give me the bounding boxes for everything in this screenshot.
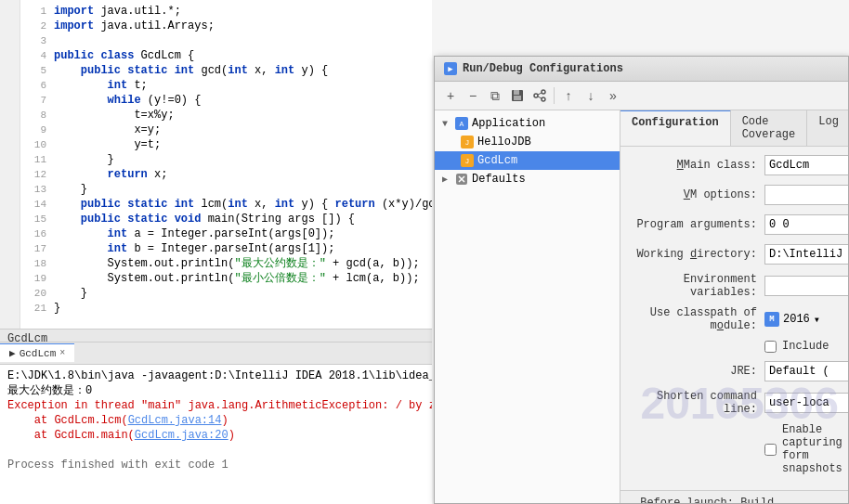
dialog-title-bar: ▶ Run/Debug Configurations [435,57,848,82]
shorten-cmd-input[interactable] [764,393,848,413]
remove-config-button[interactable]: − [463,85,483,106]
dialog-title-label: Run/Debug Configurations [463,62,623,75]
main-class-label: MMain class: [630,159,764,172]
include-checkbox-label: Include [782,340,829,353]
vm-options-input[interactable] [764,185,848,205]
working-dir-row: Working directory: 📁 [630,243,839,265]
tree-item-application[interactable]: ▼ A Application [435,114,620,133]
env-vars-input[interactable] [764,276,848,296]
code-line-18: 18 System.out.println("最大公约数是：" + gcd(a,… [26,256,432,271]
save-config-button[interactable] [507,85,528,106]
include-checkbox[interactable] [764,341,777,353]
svg-line-6 [538,93,542,95]
tab-code-coverage[interactable]: Code Coverage [731,110,808,146]
svg-rect-2 [514,96,521,100]
jre-row: JRE: ▾ [630,360,839,382]
code-line-6: 6 int t; [26,78,432,93]
tree-item-defaults[interactable]: ▶ Defaults [435,170,620,188]
jre-label: JRE: [630,365,764,378]
config-panel: Configuration Code Coverage Log MMain cl… [620,110,848,503]
console-line-5: at GcdLcm.main(GcdLcm.java:20) [7,428,424,443]
shorten-cmd-label: Shorten command line: [630,390,764,416]
env-vars-input-area: … [764,276,848,296]
vm-options-label: VM options: [630,188,764,201]
classpath-label: Use classpath of module: [630,306,764,332]
console-tab-icon: ▶ [9,347,16,359]
toolbar-separator [554,87,555,104]
code-line-12: 12 return x; [26,167,432,182]
console-tab-close[interactable]: × [59,348,65,358]
console-panel: ▶ GcdLcm × E:\JDK\1.8\bin\java -javaagen… [0,342,432,504]
tree-item-application-label: Application [472,117,545,130]
vm-options-input-area: ⊕ [764,185,848,205]
tree-item-hellojdb[interactable]: J HelloJDB [435,133,620,151]
tree-item-defaults-label: Defaults [472,173,526,186]
svg-point-3 [542,90,545,94]
shorten-cmd-input-area: ▾ [764,393,848,413]
move-up-button[interactable]: ↑ [558,85,579,106]
console-tab-gcdlcm[interactable]: ▶ GcdLcm × [0,343,74,362]
tree-item-gcdlcm[interactable]: J GcdLcm [435,151,620,170]
vm-options-row: VM options: ⊕ [630,184,839,206]
main-class-input[interactable] [764,155,848,175]
defaults-icon [455,173,468,186]
code-line-20: 20 } [26,286,432,301]
working-dir-input[interactable] [764,244,848,265]
dialog-toolbar: + − ⧉ ↑ ↓ » [435,82,848,110]
gcdlcm-icon: J [461,154,474,167]
classpath-value: 2016 [783,313,810,326]
console-line-2: 最大公约数是：0 [7,383,424,398]
config-tree: ▼ A Application J HelloJDB J GcdLcm ▶ [435,110,620,503]
console-line-7: Process finished with exit code 1 [7,458,424,472]
move-down-button[interactable]: ↓ [581,85,601,106]
code-line-8: 8 t=x%y; [26,108,432,123]
program-args-input-area: ⊕ [764,214,848,235]
working-dir-input-area: 📁 [764,244,848,265]
line-number-gutter [0,0,20,330]
program-args-input[interactable] [764,214,848,235]
code-line-5: 5 public static int gcd(int x, int y) { [26,63,432,78]
classpath-dropdown-arrow[interactable]: ▾ [814,313,820,327]
svg-point-5 [542,97,545,101]
code-line-4: 4 public class GcdLcm { [26,48,432,63]
add-config-button[interactable]: + [440,85,461,106]
code-lines: 1 import java.util.*; 2 import java.util… [0,0,432,316]
svg-text:J: J [465,138,470,147]
working-dir-label: Working directory: [630,248,764,261]
share-config-button[interactable] [529,85,550,106]
jre-input[interactable] [764,361,848,381]
include-checkbox-content: Include [764,340,829,353]
code-line-17: 17 int b = Integer.parseInt(args[1]); [26,241,432,256]
svg-point-4 [534,94,538,97]
code-line-3: 3 [26,33,432,48]
before-launch-label: Before launch: Build, Activate tool wind… [640,497,839,503]
copy-config-button[interactable]: ⧉ [485,85,505,106]
console-tab-label: GcdLcm [20,348,57,359]
classpath-row: Use classpath of module: M 2016 ▾ [630,306,839,332]
tab-logs[interactable]: Log [807,110,848,146]
tree-item-gcdlcm-label: GcdLcm [477,154,517,167]
console-link-1[interactable]: GcdLcm.java:14 [128,414,222,427]
code-line-13: 13 } [26,182,432,197]
dialog-body: ▼ A Application J HelloJDB J GcdLcm ▶ [435,110,848,503]
before-launch-header[interactable]: ▼ Before launch: Build, Activate tool wi… [630,497,839,503]
tab-configuration[interactable]: Configuration [620,110,731,146]
more-options-button[interactable]: » [603,85,623,106]
code-line-21: 21 } [26,301,432,316]
dialog-title-icon: ▶ [444,62,457,75]
main-class-row: MMain class: … [630,154,839,176]
env-vars-label: Environment variables: [630,273,764,299]
svg-rect-1 [514,90,519,95]
console-tab-bar: ▶ GcdLcm × [0,342,432,365]
console-line-1: E:\JDK\1.8\bin\java -javaagent:D:\Intell… [7,368,424,383]
code-line-9: 9 x=y; [26,123,432,137]
code-line-1: 1 import java.util.*; [26,4,432,19]
code-line-10: 10 y=t; [26,137,432,152]
config-tabs: Configuration Code Coverage Log [620,110,848,147]
console-line-3: Exception in thread "main" java.lang.Ari… [7,398,424,413]
snapshots-label: Enable capturing form snapshots [782,423,842,475]
code-line-15: 15 public static void main(String args [… [26,212,432,226]
tree-item-hellojdb-label: HelloJDB [477,136,531,149]
console-link-2[interactable]: GcdLcm.java:20 [135,429,229,442]
snapshots-checkbox[interactable] [764,444,777,456]
